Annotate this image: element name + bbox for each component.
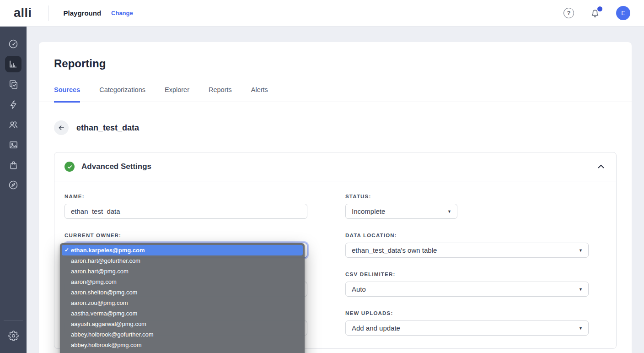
owner-option-label: aaron@pmg.com (71, 278, 117, 285)
chevron-up-icon[interactable] (596, 162, 606, 172)
owner-option-label: aastha.verma@pmg.com (71, 310, 137, 317)
owner-option-label: aaron.hart@gofurther.com (71, 257, 140, 264)
status-label: STATUS: (345, 193, 589, 200)
left-sidebar (0, 27, 27, 353)
notifications-button[interactable] (590, 8, 601, 19)
csv-delimiter-select[interactable]: Auto ▼ (345, 282, 589, 297)
owner-option[interactable]: aaron@pmg.com (62, 277, 303, 287)
owner-option[interactable]: abbey.holbrook@gofurther.com (62, 329, 303, 340)
sidebar-item-dashboard[interactable] (5, 36, 21, 52)
advanced-settings-card: Advanced Settings NAME: STATUS: (54, 152, 617, 349)
bar-chart-icon (8, 59, 18, 69)
back-button[interactable] (54, 120, 69, 135)
sidebar-item-automations[interactable] (5, 96, 21, 113)
owner-option-label: ethan.karpeles@pmg.com (71, 247, 145, 254)
help-icon[interactable]: ? (564, 8, 574, 18)
lightning-icon (8, 99, 19, 110)
name-input[interactable] (64, 204, 307, 219)
notification-badge (597, 6, 602, 11)
checkmark-icon: ✓ (64, 245, 69, 255)
reporting-card: Reporting Sources Categorizations Explor… (39, 42, 632, 353)
owner-option[interactable]: aayush.aggarwal@pmg.com (62, 319, 303, 329)
arrow-left-icon (57, 124, 65, 132)
sidebar-item-tasks[interactable] (5, 76, 21, 92)
tab-categorizations[interactable]: Categorizations (99, 82, 145, 102)
header-divider (48, 5, 49, 21)
owner-option[interactable]: aaron.hart@pmg.com (62, 266, 303, 277)
owner-option-label: abbey.holbrook@pmg.com (71, 342, 142, 348)
owner-option[interactable]: abbey.holbrook@pmg.com (62, 340, 303, 350)
user-avatar[interactable]: E (616, 6, 630, 20)
tab-bar: Sources Categorizations Explorer Reports… (39, 82, 632, 102)
tab-sources[interactable]: Sources (54, 82, 80, 103)
csv-delimiter-value: Auto (352, 285, 366, 293)
sidebar-item-settings[interactable] (5, 327, 21, 344)
gauge-icon (8, 38, 19, 49)
sidebar-item-creative[interactable] (5, 136, 21, 153)
advanced-settings-header[interactable]: Advanced Settings (54, 152, 616, 181)
workspace-name: Playground (64, 9, 102, 17)
csv-delimiter-label: CSV DELIMITER: (345, 271, 589, 277)
new-uploads-label: NEW UPLOADS: (345, 310, 589, 316)
sidebar-item-discover[interactable] (5, 177, 21, 193)
alli-logo: alli (14, 6, 32, 20)
change-workspace-link[interactable]: Change (111, 10, 133, 16)
sidebar-item-shopping[interactable] (5, 157, 21, 173)
image-icon (8, 140, 19, 150)
users-icon (8, 119, 19, 130)
data-location-field-group: DATA LOCATION: ethan_test_data's own tab… (345, 232, 589, 258)
page-title: Reporting (39, 42, 632, 70)
clipboard-check-icon (8, 79, 19, 90)
new-uploads-value: Add and update (352, 324, 400, 332)
status-select[interactable]: Incomplete ▼ (345, 204, 457, 219)
sidebar-divider (4, 320, 23, 321)
compass-icon (8, 179, 19, 190)
source-header: ethan_test_data (54, 120, 617, 135)
gear-icon (8, 331, 19, 341)
sidebar-item-reporting[interactable] (5, 56, 21, 72)
caret-down-icon: ▼ (447, 209, 451, 214)
check-circle-icon (64, 162, 75, 172)
owner-option[interactable]: aaron.zou@pmg.com (62, 298, 303, 308)
data-location-select[interactable]: ethan_test_data's own table ▼ (345, 243, 589, 258)
current-owner-field-group: CURRENT OWNER: ▼ ✓ ethan.karpeles@pmg.co… (64, 232, 307, 258)
owner-option-label: aayush.aggarwal@pmg.com (71, 320, 146, 327)
caret-down-icon: ▼ (579, 326, 583, 331)
owner-option-label: aaron.shelton@pmg.com (71, 289, 137, 296)
main-content: Reporting Sources Categorizations Explor… (27, 0, 644, 353)
caret-down-icon: ▼ (579, 248, 583, 253)
data-location-label: DATA LOCATION: (345, 232, 589, 239)
csv-delimiter-field-group: CSV DELIMITER: Auto ▼ (345, 271, 589, 297)
caret-down-icon: ▼ (579, 287, 583, 292)
tab-alerts[interactable]: Alerts (251, 82, 268, 102)
owner-option[interactable]: abhi.lawrence@pmg.com (62, 350, 303, 353)
advanced-settings-title: Advanced Settings (81, 162, 151, 171)
new-uploads-field-group: NEW UPLOADS: Add and update ▼ (345, 310, 589, 336)
current-owner-label: CURRENT OWNER: (64, 232, 307, 239)
name-field-group: NAME: (64, 193, 307, 219)
owner-option[interactable]: aastha.verma@pmg.com (62, 308, 303, 319)
owner-option[interactable]: aaron.hart@gofurther.com (62, 255, 303, 266)
top-header: alli Playground Change ? E (0, 0, 644, 27)
source-title: ethan_test_data (76, 123, 139, 133)
tab-reports[interactable]: Reports (209, 82, 232, 102)
owner-dropdown-popup: ✓ ethan.karpeles@pmg.com aaron.hart@gofu… (60, 243, 305, 353)
owner-option-selected[interactable]: ✓ ethan.karpeles@pmg.com (62, 245, 303, 255)
status-field-group: STATUS: Incomplete ▼ (345, 193, 589, 219)
name-label: NAME: (64, 193, 307, 200)
owner-option-label: aaron.hart@pmg.com (71, 268, 129, 275)
new-uploads-select[interactable]: Add and update ▼ (345, 320, 589, 336)
owner-option-label: abbey.holbrook@gofurther.com (71, 331, 154, 338)
data-location-value: ethan_test_data's own table (352, 246, 437, 254)
owner-option[interactable]: aaron.shelton@pmg.com (62, 287, 303, 298)
owner-option-label: aaron.zou@pmg.com (71, 299, 128, 306)
status-value: Incomplete (352, 207, 385, 215)
shopping-bag-icon (8, 160, 19, 170)
tab-explorer[interactable]: Explorer (165, 82, 189, 102)
sidebar-item-audiences[interactable] (5, 116, 21, 133)
